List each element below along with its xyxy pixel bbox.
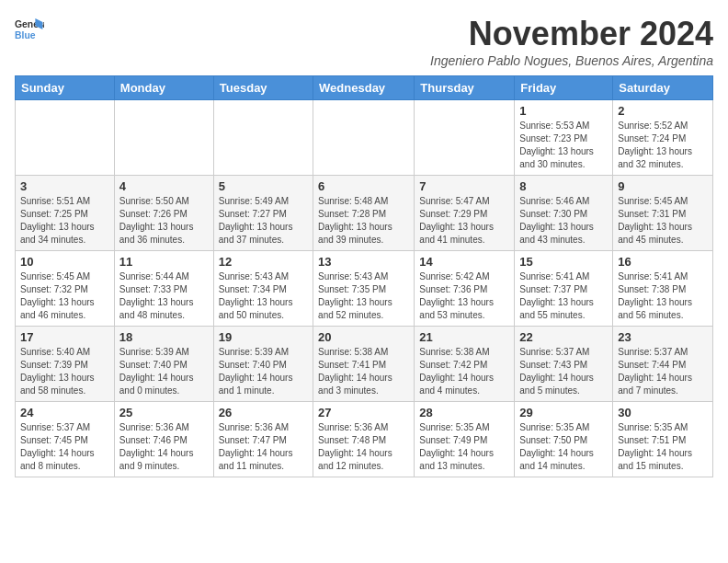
day-cell: 13Sunrise: 5:43 AMSunset: 7:35 PMDayligh… [313,251,415,327]
day-detail: Sunrise: 5:35 AMSunset: 7:50 PMDaylight:… [519,421,608,473]
svg-text:Blue: Blue [15,30,36,40]
day-number: 13 [318,255,409,269]
day-detail: Sunrise: 5:43 AMSunset: 7:35 PMDaylight:… [318,270,409,322]
day-detail: Sunrise: 5:40 AMSunset: 7:39 PMDaylight:… [20,346,109,397]
day-cell: 5Sunrise: 5:49 AMSunset: 7:27 PMDaylight… [213,176,313,251]
day-number: 11 [119,255,209,269]
day-cell: 2Sunrise: 5:52 AMSunset: 7:24 PMDaylight… [613,100,713,176]
day-cell: 16Sunrise: 5:41 AMSunset: 7:38 PMDayligh… [613,251,713,327]
day-number: 17 [20,330,109,344]
day-number: 8 [519,179,608,193]
week-row-3: 10Sunrise: 5:45 AMSunset: 7:32 PMDayligh… [16,251,713,327]
day-cell [313,100,415,176]
weekday-header-friday: Friday [515,76,613,100]
day-number: 25 [119,406,209,419]
day-cell: 6Sunrise: 5:48 AMSunset: 7:28 PMDaylight… [313,176,415,251]
day-number: 23 [618,330,708,344]
day-cell: 7Sunrise: 5:47 AMSunset: 7:29 PMDaylight… [415,176,515,251]
day-number: 4 [119,179,209,193]
day-detail: Sunrise: 5:45 AMSunset: 7:31 PMDaylight:… [618,195,708,247]
week-row-4: 17Sunrise: 5:40 AMSunset: 7:39 PMDayligh… [16,327,713,402]
day-detail: Sunrise: 5:42 AMSunset: 7:36 PMDaylight:… [419,270,509,322]
day-cell: 23Sunrise: 5:37 AMSunset: 7:44 PMDayligh… [613,327,713,402]
day-number: 14 [419,255,509,269]
day-cell: 30Sunrise: 5:35 AMSunset: 7:51 PMDayligh… [613,402,713,477]
day-detail: Sunrise: 5:41 AMSunset: 7:37 PMDaylight:… [519,270,608,322]
day-number: 5 [219,179,308,193]
weekday-header-row: SundayMondayTuesdayWednesdayThursdayFrid… [16,76,713,100]
day-cell: 15Sunrise: 5:41 AMSunset: 7:37 PMDayligh… [515,251,613,327]
day-cell: 17Sunrise: 5:40 AMSunset: 7:39 PMDayligh… [16,327,115,402]
day-cell [114,100,213,176]
day-detail: Sunrise: 5:36 AMSunset: 7:46 PMDaylight:… [119,421,209,473]
day-detail: Sunrise: 5:36 AMSunset: 7:47 PMDaylight:… [219,421,308,473]
weekday-header-tuesday: Tuesday [213,76,313,100]
day-detail: Sunrise: 5:47 AMSunset: 7:29 PMDaylight:… [419,195,509,247]
day-detail: Sunrise: 5:43 AMSunset: 7:34 PMDaylight:… [219,270,308,322]
day-detail: Sunrise: 5:45 AMSunset: 7:32 PMDaylight:… [20,270,109,322]
logo-icon: General Blue [15,15,44,44]
day-cell: 29Sunrise: 5:35 AMSunset: 7:50 PMDayligh… [515,402,613,477]
day-number: 6 [318,179,409,193]
day-number: 1 [519,104,608,118]
day-detail: Sunrise: 5:38 AMSunset: 7:42 PMDaylight:… [419,346,509,397]
day-detail: Sunrise: 5:39 AMSunset: 7:40 PMDaylight:… [119,346,209,397]
day-cell: 21Sunrise: 5:38 AMSunset: 7:42 PMDayligh… [415,327,515,402]
day-cell: 27Sunrise: 5:36 AMSunset: 7:48 PMDayligh… [313,402,415,477]
weekday-header-monday: Monday [114,76,213,100]
calendar-table: SundayMondayTuesdayWednesdayThursdayFrid… [15,75,713,477]
day-number: 22 [519,330,608,344]
day-number: 19 [219,330,308,344]
day-cell: 14Sunrise: 5:42 AMSunset: 7:36 PMDayligh… [415,251,515,327]
day-detail: Sunrise: 5:51 AMSunset: 7:25 PMDaylight:… [20,195,109,247]
location-subtitle: Ingeniero Pablo Nogues, Buenos Aires, Ar… [430,53,713,68]
day-cell: 19Sunrise: 5:39 AMSunset: 7:40 PMDayligh… [213,327,313,402]
day-detail: Sunrise: 5:49 AMSunset: 7:27 PMDaylight:… [219,195,308,247]
day-detail: Sunrise: 5:37 AMSunset: 7:45 PMDaylight:… [20,421,109,473]
day-detail: Sunrise: 5:38 AMSunset: 7:41 PMDaylight:… [318,346,409,397]
day-number: 18 [119,330,209,344]
day-number: 20 [318,330,409,344]
title-block: November 2024 Ingeniero Pablo Nogues, Bu… [430,15,713,68]
day-detail: Sunrise: 5:46 AMSunset: 7:30 PMDaylight:… [519,195,608,247]
week-row-5: 24Sunrise: 5:37 AMSunset: 7:45 PMDayligh… [16,402,713,477]
day-number: 30 [618,406,708,419]
month-title: November 2024 [430,15,713,53]
weekday-header-sunday: Sunday [16,76,115,100]
week-row-2: 3Sunrise: 5:51 AMSunset: 7:25 PMDaylight… [16,176,713,251]
day-detail: Sunrise: 5:39 AMSunset: 7:40 PMDaylight:… [219,346,308,397]
day-detail: Sunrise: 5:48 AMSunset: 7:28 PMDaylight:… [318,195,409,247]
page-header: General Blue November 2024 Ingeniero Pab… [15,15,713,68]
day-number: 9 [618,179,708,193]
day-number: 3 [20,179,109,193]
day-detail: Sunrise: 5:37 AMSunset: 7:43 PMDaylight:… [519,346,608,397]
day-cell: 24Sunrise: 5:37 AMSunset: 7:45 PMDayligh… [16,402,115,477]
day-number: 2 [618,104,708,118]
day-number: 7 [419,179,509,193]
day-number: 26 [219,406,308,419]
day-cell: 10Sunrise: 5:45 AMSunset: 7:32 PMDayligh… [16,251,115,327]
day-cell: 22Sunrise: 5:37 AMSunset: 7:43 PMDayligh… [515,327,613,402]
day-cell: 20Sunrise: 5:38 AMSunset: 7:41 PMDayligh… [313,327,415,402]
day-cell: 1Sunrise: 5:53 AMSunset: 7:23 PMDaylight… [515,100,613,176]
day-detail: Sunrise: 5:36 AMSunset: 7:48 PMDaylight:… [318,421,409,473]
day-number: 28 [419,406,509,419]
logo: General Blue [15,15,44,44]
day-cell: 28Sunrise: 5:35 AMSunset: 7:49 PMDayligh… [415,402,515,477]
day-cell: 26Sunrise: 5:36 AMSunset: 7:47 PMDayligh… [213,402,313,477]
day-cell: 25Sunrise: 5:36 AMSunset: 7:46 PMDayligh… [114,402,213,477]
day-detail: Sunrise: 5:50 AMSunset: 7:26 PMDaylight:… [119,195,209,247]
day-number: 16 [618,255,708,269]
day-number: 27 [318,406,409,419]
week-row-1: 1Sunrise: 5:53 AMSunset: 7:23 PMDaylight… [16,100,713,176]
day-cell: 11Sunrise: 5:44 AMSunset: 7:33 PMDayligh… [114,251,213,327]
day-detail: Sunrise: 5:41 AMSunset: 7:38 PMDaylight:… [618,270,708,322]
weekday-header-wednesday: Wednesday [313,76,415,100]
day-cell: 18Sunrise: 5:39 AMSunset: 7:40 PMDayligh… [114,327,213,402]
day-number: 12 [219,255,308,269]
day-cell [16,100,115,176]
day-cell: 9Sunrise: 5:45 AMSunset: 7:31 PMDaylight… [613,176,713,251]
day-cell: 3Sunrise: 5:51 AMSunset: 7:25 PMDaylight… [16,176,115,251]
day-cell: 4Sunrise: 5:50 AMSunset: 7:26 PMDaylight… [114,176,213,251]
day-cell: 12Sunrise: 5:43 AMSunset: 7:34 PMDayligh… [213,251,313,327]
